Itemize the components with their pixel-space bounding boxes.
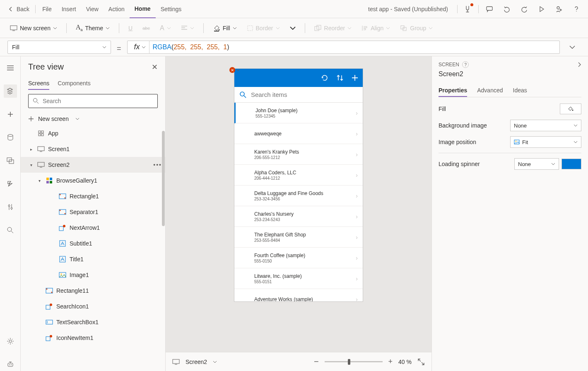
spinner-select[interactable]: None: [514, 158, 559, 170]
settings-gear-icon[interactable]: [4, 335, 17, 348]
add-icon[interactable]: [351, 74, 359, 82]
menu-action[interactable]: Action: [104, 0, 130, 18]
chevron-down-icon[interactable]: [213, 360, 217, 364]
power-automate-icon[interactable]: [4, 177, 17, 190]
screen-name-label[interactable]: Screen2: [186, 359, 207, 365]
search-input[interactable]: [43, 98, 153, 104]
svg-rect-49: [46, 320, 53, 324]
image-position-select[interactable]: Fit: [510, 136, 581, 148]
tab-components[interactable]: Components: [58, 77, 90, 90]
advanced-tools-icon[interactable]: [4, 200, 17, 214]
zoom-out-button[interactable]: −: [314, 357, 319, 366]
tree-item-nextarrow1[interactable]: ▸NextArrow1•••: [21, 220, 165, 236]
list-item[interactable]: Karen's Kranky Pets206-555-1212›: [234, 144, 363, 165]
tree-item-screen1[interactable]: ▸Screen1•••: [21, 141, 165, 157]
tree-item-image1[interactable]: ▸Image1•••: [21, 267, 165, 283]
zoom-slider[interactable]: [325, 361, 383, 362]
tree-search-box[interactable]: [28, 94, 158, 108]
svg-point-54: [572, 110, 574, 111]
fx-icon[interactable]: fx: [131, 41, 149, 54]
phone-search-box[interactable]: [234, 87, 363, 103]
hamburger-icon[interactable]: [4, 61, 17, 75]
tree-item-rectangle1[interactable]: ▸Rectangle1•••: [21, 188, 165, 204]
svg-point-2: [576, 11, 577, 12]
back-button[interactable]: Back: [3, 6, 34, 12]
tab-properties[interactable]: Properties: [439, 84, 467, 97]
tree-view-icon[interactable]: [4, 84, 17, 98]
font-color-button: A: [157, 23, 174, 34]
tree-item-rectangle11[interactable]: ▸Rectangle11•••: [21, 283, 165, 299]
share-icon[interactable]: [551, 0, 567, 18]
insert-icon[interactable]: [4, 108, 17, 121]
search-icon[interactable]: [4, 224, 17, 237]
virtual-agent-icon[interactable]: [4, 358, 17, 371]
chevron-right-icon: ›: [356, 193, 358, 199]
list-item[interactable]: Litware, Inc. (sample)555-0151›: [234, 268, 363, 289]
list-item[interactable]: Charles's Nursery253-234-5243›: [234, 206, 363, 227]
tab-ideas[interactable]: Ideas: [513, 84, 527, 97]
phone-preview[interactable]: John Doe (sample)555-12345›awweqweqe›Kar…: [234, 69, 363, 301]
tree-item-browsegallery1[interactable]: ▾BrowseGallery1•••: [21, 173, 165, 188]
tree-item-textsearchbox1[interactable]: ▸TextSearchBox1•••: [21, 314, 165, 330]
list-item[interactable]: Fourth Coffee (sample)555-0150›: [234, 248, 363, 268]
menu-view[interactable]: View: [81, 0, 104, 18]
fit-to-screen-icon[interactable]: [417, 358, 425, 366]
spinner-color-picker[interactable]: [561, 159, 581, 169]
list-item[interactable]: The Elephant Gift Shop253-555-8484›: [234, 227, 363, 248]
app-icon: [37, 130, 45, 137]
list-item[interactable]: Delta Luggage and Fine Goods253-324-3456…: [234, 186, 363, 206]
menu-home[interactable]: Home: [130, 0, 156, 18]
redo-icon[interactable]: [516, 0, 533, 18]
list-item[interactable]: Adventure Works (sample)›: [234, 289, 363, 301]
media-icon[interactable]: [4, 154, 17, 167]
tree-item-searchicon1[interactable]: ▸SearchIcon1•••: [21, 299, 165, 314]
svg-rect-5: [214, 31, 219, 31]
tree-item-app[interactable]: ▸App•••: [21, 125, 165, 141]
new-screen-button[interactable]: New screen: [7, 23, 60, 33]
help-icon[interactable]: [568, 0, 585, 18]
chevron-right-icon[interactable]: [577, 62, 581, 67]
svg-point-4: [218, 29, 219, 30]
tree-item-subtitle1[interactable]: ▸Subtitle1•••: [21, 236, 165, 251]
sort-icon[interactable]: [336, 74, 344, 82]
tab-advanced[interactable]: Advanced: [477, 84, 503, 97]
fill-button[interactable]: Fill: [210, 23, 240, 34]
undo-icon[interactable]: [499, 0, 515, 18]
data-icon[interactable]: [4, 131, 17, 144]
tree-item-iconnewitem1[interactable]: ▸IconNewItem1•••: [21, 330, 165, 346]
list-item[interactable]: Alpha Coders, LLC206-444-1212›: [234, 165, 363, 186]
rect-icon: [46, 287, 53, 294]
error-indicator[interactable]: ✕: [229, 67, 240, 73]
format-painter-down[interactable]: [287, 24, 299, 32]
input-icon: [46, 318, 53, 326]
chevron-down-icon: [102, 45, 106, 49]
list-item[interactable]: awweqweqe›: [234, 123, 363, 144]
list-item[interactable]: John Doe (sample)555-12345›: [234, 103, 363, 123]
scrollbar-thumb[interactable]: [162, 131, 165, 226]
info-icon[interactable]: ?: [462, 61, 469, 68]
theme-button[interactable]: Aa Theme: [72, 22, 113, 34]
zoom-in-button[interactable]: +: [388, 357, 393, 366]
menu-file[interactable]: File: [37, 0, 57, 18]
refresh-icon[interactable]: [321, 74, 329, 82]
tree-view-panel: Tree view ✕ Screens Components New scree…: [21, 56, 166, 371]
new-screen-tree-button[interactable]: New screen: [21, 112, 165, 125]
tree-item-separator1[interactable]: ▸Separator1•••: [21, 204, 165, 220]
tree-item-title1[interactable]: ▸Title1•••: [21, 251, 165, 267]
expand-formula-button[interactable]: [564, 45, 581, 50]
menu-insert[interactable]: Insert: [57, 0, 81, 18]
play-icon[interactable]: [533, 0, 550, 18]
bg-image-select[interactable]: None: [510, 120, 581, 131]
tab-screens[interactable]: Screens: [28, 77, 49, 90]
close-icon[interactable]: ✕: [152, 63, 158, 72]
comments-icon[interactable]: [481, 0, 498, 18]
menu-settings[interactable]: Settings: [156, 0, 187, 18]
chevron-right-icon: ›: [356, 255, 358, 261]
property-selector[interactable]: Fill: [7, 41, 111, 54]
fill-color-picker[interactable]: [560, 104, 581, 114]
tree-item-screen2[interactable]: ▾Screen2•••: [21, 157, 165, 173]
more-options-icon[interactable]: •••: [153, 161, 162, 168]
app-checker-icon[interactable]: [459, 0, 476, 18]
formula-input[interactable]: fx RGBA(255, 255, 255, 1): [127, 41, 560, 54]
reorder-button: Reorder: [311, 23, 355, 33]
